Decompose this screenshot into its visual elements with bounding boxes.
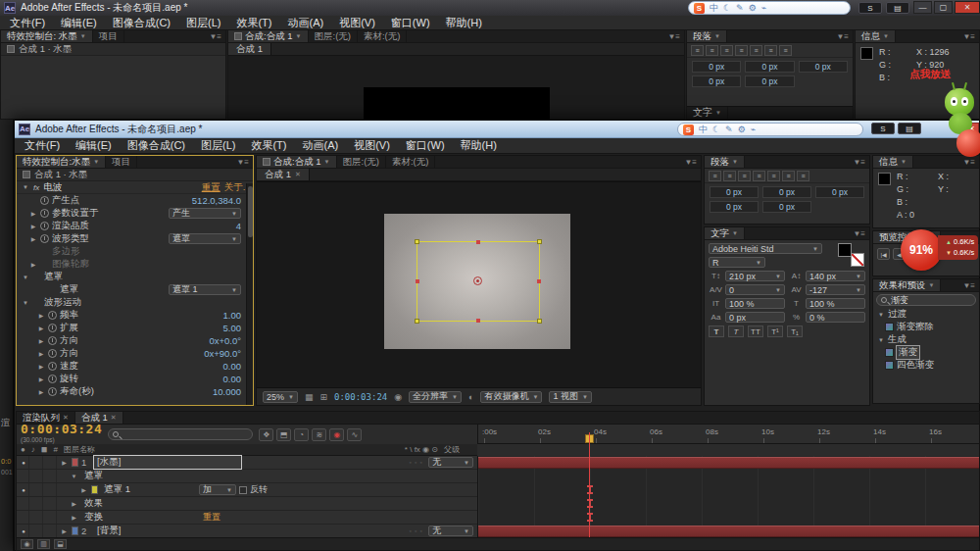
expand-inout-columns-icon[interactable]: ⬓ [54,539,67,549]
expand-layer-switches-icon[interactable]: ◉ [21,539,33,549]
mask-handle[interactable] [537,319,542,324]
region-of-interest-icon[interactable]: ⊞ [319,392,327,402]
zoom-select[interactable]: 25%▼ [263,391,298,403]
layer-switches[interactable]: ◦◦◦ [410,459,425,466]
expand-arrow-icon[interactable]: ▼ [877,312,885,318]
expand-arrow-icon[interactable]: ▶ [29,235,37,242]
paragraph-indent-field[interactable]: 0 px [799,61,848,73]
tab-character-collapsed[interactable]: 文字▼ [687,107,728,119]
effect-property-row[interactable]: 遮罩遮罩 1▼ [17,283,253,296]
menu-图层(L)[interactable]: 图层(L) [186,16,220,30]
panel-menu-icon[interactable]: ▼≡ [680,156,701,168]
effect-property-row[interactable]: ▼遮罩 [17,271,253,283]
tab-composition[interactable]: 合成:合成 1▼ [228,30,309,42]
expand-arrow-icon[interactable]: ▶ [37,376,45,382]
expand-arrow-icon[interactable]: ▶ [60,459,69,466]
timeline-search-input[interactable] [108,428,253,440]
effects-search-input[interactable]: 渐变 [876,294,976,306]
tray-icon-menu[interactable]: ▤ [898,123,921,134]
expand-arrow-icon[interactable]: ▼ [22,275,29,280]
current-time-indicator-line[interactable] [589,432,590,537]
menu-窗口(W)[interactable]: 窗口(W) [406,138,445,153]
superscript-icon[interactable]: T¹ [767,326,783,337]
property-value[interactable]: 0.00 [223,374,242,384]
effect-property-row[interactable]: ▼波形运动 [17,296,253,309]
menu-帮助(H)[interactable]: 帮助(H) [446,16,482,30]
menu-文件(F)[interactable]: 文件(F) [24,138,60,153]
fill-stroke-swatches[interactable] [838,243,864,267]
menu-动画(A)[interactable]: 动画(A) [288,16,324,30]
time-ruler[interactable]: :00s02s04s06s08s10s12s14s16s [477,425,979,444]
effect-property-row[interactable]: ▶波形类型遮罩▼ [17,232,253,245]
paragraph-indent-field[interactable]: 0 px [692,75,741,87]
comp-frame-image[interactable] [384,214,570,349]
paragraph-align-icon[interactable]: ≡ [779,45,792,56]
paragraph-indent-field[interactable]: 0 px [710,186,759,198]
close-button[interactable]: ✕ [955,1,980,14]
mask-midpoint[interactable] [537,279,541,283]
composition-mini-flowchart-icon[interactable]: ❖ [259,428,273,441]
layer-name[interactable]: [水墨] [94,456,241,469]
effect-center-point[interactable] [473,276,482,285]
paragraph-indent-field[interactable]: 0 px [745,61,794,73]
scrollbar[interactable] [246,183,253,405]
font-family-select[interactable]: Adobe Heiti Std▼ [709,243,822,254]
paragraph-indent-field[interactable]: 0 px [762,186,811,198]
paragraph-indent-field[interactable]: 0 px [762,201,811,213]
tab-project[interactable]: 项目 [106,156,137,168]
mask-midpoint[interactable] [416,279,419,283]
mask-color-chip[interactable] [91,485,98,494]
hide-shy-layers-icon[interactable]: ◔ [294,428,309,441]
download-speed-badge[interactable]: 91% ▲ 0.6K/s ▼ 0.6K/s [901,229,978,271]
draft-3d-icon[interactable]: ⬒ [276,428,291,441]
tray-icon-s[interactable]: S [871,123,895,134]
vertical-scale-field[interactable]: 100 % [725,298,785,309]
leading-select[interactable]: 140 px▼ [806,271,865,281]
menu-效果(T)[interactable]: 效果(T) [251,138,286,153]
sogou-logo-icon[interactable]: S [694,3,705,14]
input-language-indicator[interactable]: 中 [710,2,718,15]
transform-group-row[interactable]: ▶ 变换 重置 [17,511,477,525]
expand-transfer-controls-icon[interactable]: ▥ [37,539,50,549]
property-value[interactable]: 0x+90.0° [204,348,241,359]
layer-color-chip[interactable] [72,526,78,535]
camera-select[interactable]: 有效摄像机▼ [480,391,542,403]
stopwatch-icon[interactable] [48,336,57,345]
stopwatch-icon[interactable] [48,362,57,371]
close-tab-icon[interactable]: ✕ [295,171,301,178]
comp-timecode[interactable]: 0:00:03:24 [334,392,387,402]
sogou-logo-icon[interactable]: S [683,125,694,135]
fill-color-swatch[interactable] [838,243,852,257]
effect-property-row[interactable]: ▶图像轮廓 [17,258,253,271]
gear-icon[interactable]: ⚙ [749,3,757,13]
property-dropdown[interactable]: 遮罩 1▼ [169,284,241,295]
property-value[interactable]: 10.000 [213,386,241,397]
paragraph-align-icon[interactable]: ≡ [767,171,780,181]
paragraph-align-icon[interactable]: ≡ [709,171,721,181]
resolution-select[interactable]: 全分辨率▼ [409,391,462,403]
menu-文件(F)[interactable]: 文件(F) [10,16,45,30]
menu-视图(V)[interactable]: 视图(V) [354,138,390,153]
expand-arrow-icon[interactable]: ▶ [37,350,45,357]
tab-effect-controls[interactable]: 特效控制台: 水墨▼ [1,30,93,42]
paragraph-indent-field[interactable]: 0 px [692,61,741,73]
first-frame-button[interactable]: |◀ [877,248,890,260]
promo-badge[interactable]: 点我放送 [909,68,951,81]
mask-handle[interactable] [537,239,542,244]
tab-info[interactable]: 信息▼ [873,156,913,168]
expand-arrow-icon[interactable]: ▼ [22,300,29,306]
panel-menu-icon[interactable]: ▼≡ [849,227,869,239]
fg-titlebar[interactable]: Ae Adobe After Effects - 未命名项目.aep * S 中… [15,121,979,138]
panel-menu-icon[interactable]: ▼≡ [832,30,853,42]
panel-menu-icon[interactable]: ▼≡ [958,279,979,291]
layer-row[interactable]: ● ▶ 2 [背景] ◦◦◦ 无▼ [17,525,477,538]
mascot-head[interactable] [945,88,974,116]
panel-menu-icon[interactable]: ▼≡ [663,30,684,42]
effect-property-row[interactable]: ▶扩展5.00 [17,322,253,334]
expand-arrow-icon[interactable]: ▶ [70,500,78,507]
tab-composition[interactable]: 合成:合成 1▼ [257,156,337,168]
gear-icon[interactable]: ⚙ [738,125,746,134]
expand-arrow-icon[interactable]: ▶ [29,261,37,268]
progress-percent[interactable]: 91% [901,229,942,271]
stopwatch-icon[interactable] [40,222,49,230]
